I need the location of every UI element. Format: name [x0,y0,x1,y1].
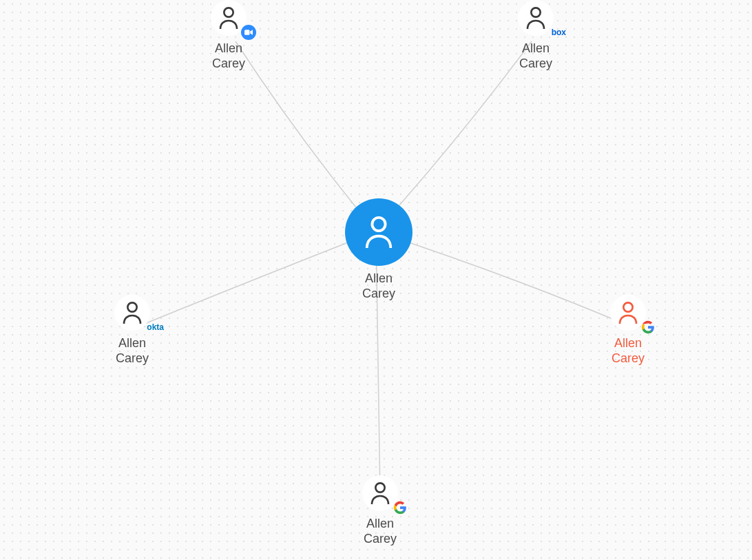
person-icon: okta [114,295,150,331]
svg-point-0 [372,218,385,231]
okta-node[interactable]: okta Allen Carey [114,295,150,366]
google-red-label: Allen Carey [612,336,645,366]
google-icon [640,320,656,335]
google-bottom-node[interactable]: Allen Carey [362,475,398,546]
box-label: Allen Carey [519,41,552,71]
svg-point-4 [127,302,136,311]
google-red-node[interactable]: Allen Carey [610,295,646,366]
box-node[interactable]: box Allen Carey [518,0,554,71]
zoom-node[interactable]: Allen Carey [211,0,247,71]
google-bottom-label: Allen Carey [364,517,397,546]
person-icon: box [518,0,554,36]
center-node[interactable]: Allen Carey [345,198,412,301]
person-icon [211,0,247,36]
svg-rect-2 [244,30,250,35]
google-icon [393,500,408,515]
person-icon [610,295,646,331]
okta-icon: okta [147,322,164,332]
svg-point-6 [375,483,384,492]
svg-point-1 [224,8,233,17]
box-icon: box [552,28,566,37]
person-icon [362,475,398,511]
center-label: Allen Carey [362,271,395,301]
svg-point-5 [623,302,632,311]
zoom-label: Allen Carey [212,41,245,71]
okta-label: Allen Carey [116,336,149,366]
person-icon [345,198,412,266]
zoom-icon [241,25,256,40]
svg-point-3 [531,8,540,17]
